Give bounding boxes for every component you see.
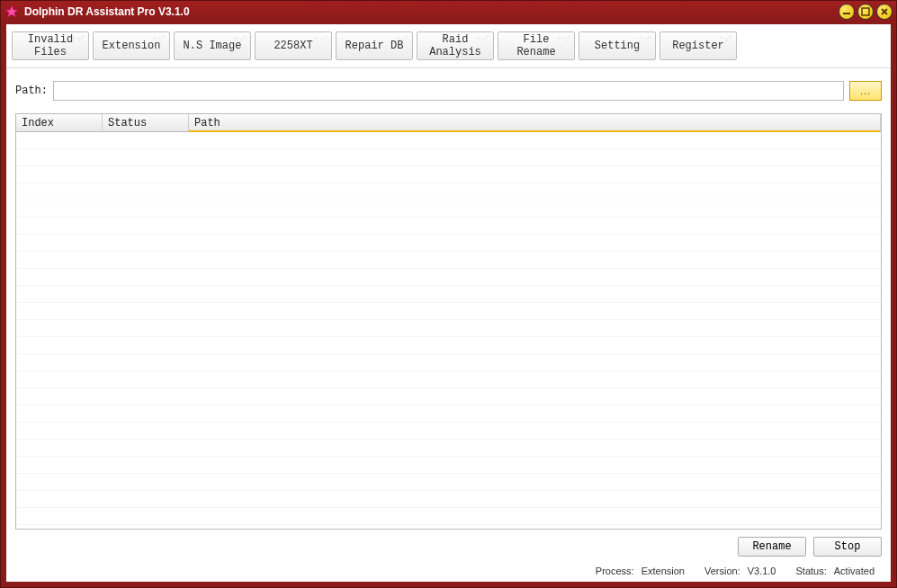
grid-header: Index Status Path (16, 114, 881, 132)
svg-marker-0 (5, 5, 18, 17)
invalid-files-button[interactable]: Invalid Files (12, 31, 89, 60)
raid-analysis-button[interactable]: Raid Analysis (417, 31, 494, 60)
grid-body[interactable] (16, 132, 881, 529)
register-button[interactable]: Register (659, 31, 737, 60)
column-header-status[interactable]: Status (103, 114, 189, 131)
extension-button[interactable]: Extension (93, 31, 170, 60)
main-toolbar: Invalid Files Extension N.S Image 2258XT… (6, 24, 891, 68)
app-window: Dolphin DR Assistant Pro V3.1.0 Invalid … (0, 0, 897, 588)
window-title: Dolphin DR Assistant Pro V3.1.0 (24, 5, 839, 18)
svg-rect-1 (843, 13, 850, 14)
path-label: Path: (15, 85, 48, 97)
titlebar[interactable]: Dolphin DR Assistant Pro V3.1.0 (1, 1, 896, 22)
2258xt-button[interactable]: 2258XT (255, 31, 332, 60)
status-version: Version: V3.1.0 (704, 566, 776, 576)
status-label: Status: (796, 566, 827, 576)
ns-image-button[interactable]: N.S Image (174, 31, 251, 60)
maximize-button[interactable] (857, 4, 874, 20)
version-value: V3.1.0 (748, 566, 776, 576)
status-value: Activated (834, 566, 875, 576)
svg-rect-2 (862, 8, 869, 15)
repair-db-button[interactable]: Repair DB (336, 31, 413, 60)
bottom-actions: Rename Stop (6, 530, 891, 562)
app-star-icon (4, 4, 19, 19)
statusbar: Process: Extension Version: V3.1.0 Statu… (6, 562, 891, 582)
process-value: Extension (641, 566, 685, 576)
file-rename-button[interactable]: File Rename (498, 31, 575, 60)
browse-button[interactable]: ... (849, 81, 882, 101)
results-grid: Index Status Path (15, 113, 882, 530)
process-label: Process: (596, 566, 634, 576)
path-input[interactable] (53, 81, 844, 101)
ellipsis-icon: ... (860, 85, 871, 96)
column-header-path[interactable]: Path (189, 114, 881, 131)
close-button[interactable] (876, 4, 893, 20)
setting-button[interactable]: Setting (579, 31, 656, 60)
status-activation: Status: Activated (796, 566, 875, 576)
version-label: Version: (704, 566, 740, 576)
window-controls (839, 4, 893, 20)
status-process: Process: Extension (596, 566, 685, 576)
column-header-index[interactable]: Index (16, 114, 103, 131)
minimize-button[interactable] (839, 4, 855, 20)
rename-button[interactable]: Rename (738, 537, 806, 557)
path-row: Path: ... (6, 68, 891, 106)
stop-button[interactable]: Stop (813, 537, 882, 557)
client-area: Invalid Files Extension N.S Image 2258XT… (6, 24, 891, 582)
